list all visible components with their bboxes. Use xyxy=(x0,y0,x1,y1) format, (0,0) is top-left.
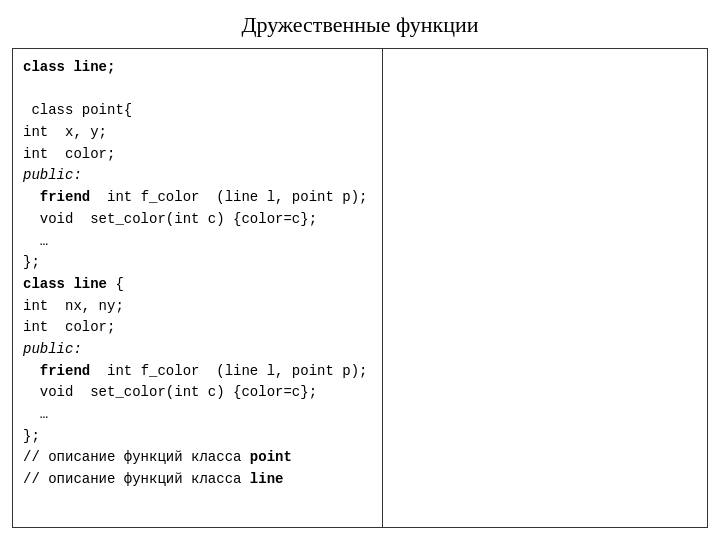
code-empty-1 xyxy=(23,79,372,101)
code-line-5: public: xyxy=(23,165,372,187)
code-line-12: int color; xyxy=(23,317,372,339)
code-line-4: int color; xyxy=(23,144,372,166)
code-line-8: … xyxy=(23,231,372,253)
page-title: Дружественные функции xyxy=(0,0,720,48)
code-line-11: int nx, ny; xyxy=(23,296,372,318)
code-line-15: void set_color(int c) {color=c}; xyxy=(23,382,372,404)
code-line-6: friend int f_color (line l, point p); xyxy=(23,187,372,209)
code-line-19: // описание функций класса line xyxy=(23,469,372,491)
code-line-7: void set_color(int c) {color=c}; xyxy=(23,209,372,231)
code-line-1: class line; xyxy=(23,57,372,79)
code-panel: class line; class point{ int x, y; int c… xyxy=(13,49,383,527)
code-line-16: … xyxy=(23,404,372,426)
main-container: class line; class point{ int x, y; int c… xyxy=(12,48,708,528)
code-line-18: // описание функций класса point xyxy=(23,447,372,469)
code-line-13: public: xyxy=(23,339,372,361)
code-line-14: friend int f_color (line l, point p); xyxy=(23,361,372,383)
code-line-9: }; xyxy=(23,252,372,274)
code-line-17: }; xyxy=(23,426,372,448)
code-line-3: int x, y; xyxy=(23,122,372,144)
code-line-10: class line { xyxy=(23,274,372,296)
right-panel xyxy=(383,49,707,527)
code-line-2: class point{ xyxy=(23,100,372,122)
